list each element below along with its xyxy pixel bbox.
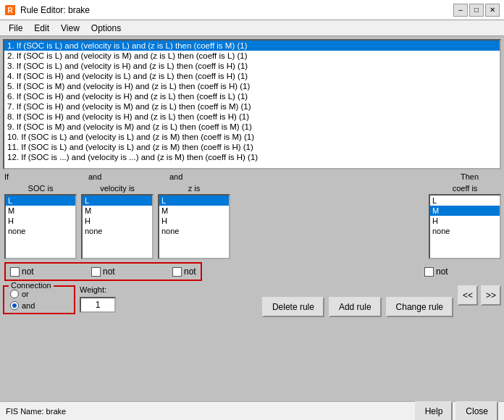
rule-item[interactable]: 10. If (SOC is L) and (velocity is L) an… (4, 132, 500, 142)
coeff-not-checkbox[interactable] (424, 267, 434, 277)
minimize-button[interactable]: – (453, 4, 468, 17)
nav-buttons: << >> (458, 285, 501, 307)
and-label-2: and (167, 172, 243, 181)
add-rule-button[interactable]: Add rule (329, 297, 382, 317)
z-group: z is L M H none (158, 184, 230, 259)
rule-item[interactable]: 11. If (SOC is L) and (velocity is L) an… (4, 142, 500, 152)
help-button[interactable]: Help (415, 401, 453, 421)
rule-item[interactable]: 1. If (SOC is L) and (velocity is L) and… (4, 41, 500, 51)
z-item-M[interactable]: M (159, 206, 229, 216)
rule-item[interactable]: 3. If (SOC is L) and (velocity is H) and… (4, 61, 500, 71)
maximize-button[interactable]: □ (469, 4, 484, 17)
rules-list[interactable]: 1. If (SOC is L) and (velocity is L) and… (3, 39, 501, 169)
close-button[interactable]: Close (455, 401, 498, 421)
window-title: Rule Editor: brake (20, 5, 90, 15)
app-icon: R (4, 4, 16, 16)
soc-not-label: not (22, 266, 34, 277)
window-controls: – □ ✕ (453, 4, 500, 17)
delete-rule-button[interactable]: Delete rule (262, 297, 324, 317)
velocity-item-L[interactable]: L (83, 196, 152, 206)
rule-item[interactable]: 4. If (SOC is H) and (velocity is L) and… (4, 71, 500, 81)
z-item-H[interactable]: H (159, 216, 229, 226)
z-not-label: not (184, 266, 196, 277)
if-label: If (4, 172, 81, 181)
coeff-group: coeff is L M H none (429, 184, 501, 259)
soc-listbox[interactable]: L M H none (4, 194, 77, 259)
change-rule-button[interactable]: Change rule (386, 297, 453, 317)
rule-item[interactable]: 6. If (SOC is H) and (velocity is H) and… (4, 91, 500, 101)
soc-item-M[interactable]: M (6, 206, 75, 216)
velocity-not-label: not (103, 266, 115, 277)
and-conn-label: and (22, 301, 35, 310)
z-not-item: not (172, 266, 196, 277)
soc-not-item: not (10, 266, 87, 277)
connection-title: Connection (9, 281, 54, 290)
rule-item[interactable]: 5. If (SOC is M) and (velocity is H) and… (4, 81, 500, 91)
coeff-item-none[interactable]: none (430, 226, 500, 236)
connection-box: Connection or and (3, 285, 75, 314)
rule-item[interactable]: 12. If (SOC is ...) and (velocity is ...… (4, 152, 500, 162)
z-label: z is (158, 184, 230, 193)
rule-item[interactable]: 8. If (SOC is H) and (velocity is H) and… (4, 112, 500, 122)
velocity-not-checkbox[interactable] (91, 267, 101, 277)
z-listbox[interactable]: L M H none (158, 194, 230, 259)
coeff-not-label: not (436, 266, 448, 277)
coeff-listbox[interactable]: L M H none (429, 194, 501, 259)
status-buttons: Help Close (415, 401, 498, 421)
menu-options[interactable]: Options (85, 22, 127, 35)
and-radio-circle (10, 301, 19, 310)
velocity-not-item: not (91, 266, 168, 277)
soc-item-none[interactable]: none (6, 226, 75, 236)
conditions-row: SOC is L M H none velocity is L M H none (3, 184, 501, 259)
header-row: If and and Then (3, 172, 501, 181)
close-window-button[interactable]: ✕ (485, 4, 500, 17)
then-label: Then (424, 172, 501, 181)
coeff-item-M[interactable]: M (430, 206, 500, 216)
editor-area: If and and Then SOC is L M H none veloci… (0, 169, 504, 320)
z-item-none[interactable]: none (159, 226, 229, 236)
rule-item[interactable]: 2. If (SOC is L) and (velocity is M) and… (4, 51, 500, 61)
velocity-item-H[interactable]: H (83, 216, 152, 226)
weight-input[interactable] (80, 297, 116, 313)
soc-group: SOC is L M H none (4, 184, 77, 259)
prev-button[interactable]: << (458, 285, 478, 306)
or-radio-circle (10, 290, 19, 298)
and-label-1: and (85, 172, 162, 181)
soc-not-checkbox[interactable] (10, 267, 20, 277)
velocity-label: velocity is (81, 184, 154, 193)
next-button[interactable]: >> (481, 285, 501, 306)
not-row: not not not not (3, 262, 501, 281)
menu-file[interactable]: File (3, 22, 28, 35)
title-bar: R Rule Editor: brake – □ ✕ (0, 0, 504, 20)
and-radio[interactable]: and (10, 301, 68, 310)
velocity-item-none[interactable]: none (83, 226, 152, 236)
buttons-row: Delete rule Add rule Change rule (262, 285, 453, 317)
z-item-L[interactable]: L (159, 196, 229, 206)
menu-view[interactable]: View (55, 22, 85, 35)
rule-item[interactable]: 9. If (SOC is M) and (velocity is M) and… (4, 122, 500, 132)
not-boxes-group: not not not (4, 262, 202, 281)
coeff-item-H[interactable]: H (430, 216, 500, 226)
velocity-group: velocity is L M H none (81, 184, 154, 259)
weight-label: Weight: (80, 285, 258, 294)
or-radio[interactable]: or (10, 290, 68, 298)
coeff-item-L[interactable]: L (430, 196, 500, 206)
fis-name-label: FIS Name: brake (6, 407, 66, 416)
soc-item-H[interactable]: H (6, 216, 75, 226)
rule-item[interactable]: 7. If (SOC is H) and (velocity is M) and… (4, 101, 500, 112)
svg-text:R: R (7, 7, 13, 14)
z-not-checkbox[interactable] (172, 267, 182, 277)
menu-bar: File Edit View Options (0, 20, 504, 36)
soc-item-L[interactable]: L (6, 196, 75, 206)
soc-label: SOC is (4, 184, 77, 193)
velocity-item-M[interactable]: M (83, 206, 152, 216)
or-label: or (22, 290, 29, 298)
status-bar: FIS Name: brake Help Close (0, 401, 504, 420)
velocity-listbox[interactable]: L M H none (81, 194, 154, 259)
weight-section: Weight: (80, 285, 258, 313)
menu-edit[interactable]: Edit (28, 22, 55, 35)
bottom-section: Connection or and Weight: Delete rule Ad… (3, 285, 501, 317)
coeff-not-item: not (424, 266, 501, 277)
coeff-label: coeff is (429, 184, 501, 193)
